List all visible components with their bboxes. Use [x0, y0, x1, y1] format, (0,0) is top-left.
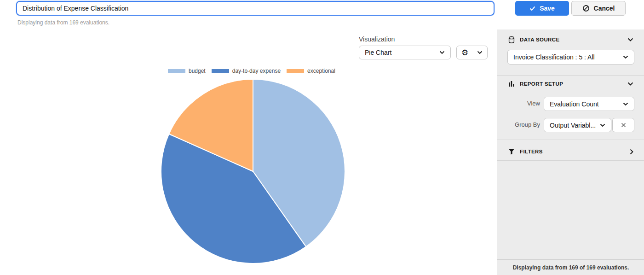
- chevron-down-icon: [627, 38, 633, 41]
- data-source-select-value: Invoice Classification : 5 : All: [513, 53, 623, 61]
- visualization-select-value: Pie Chart: [365, 49, 439, 56]
- view-select[interactable]: Evaluation Count: [544, 97, 634, 111]
- save-button-label: Save: [540, 5, 555, 12]
- clear-group-by-button[interactable]: [612, 118, 634, 132]
- sidebar-footer: Displaying data from 169 of 169 evaluati…: [497, 259, 644, 275]
- chevron-right-icon: [630, 149, 633, 155]
- report-config-sidebar: DATA SOURCE Invoice Classification : 5 :…: [497, 29, 644, 275]
- chart-canvas-area: Visualization Pie Chart ⚙ budgetday-to-d…: [0, 29, 497, 275]
- filters-section-header[interactable]: FILTERS: [497, 145, 644, 158]
- cancel-slash-circle-icon: [582, 5, 590, 12]
- report-setup-section-title: REPORT SETUP: [520, 81, 627, 87]
- legend-swatch: [287, 69, 304, 73]
- chevron-down-icon: [600, 123, 605, 127]
- data-source-section-header[interactable]: DATA SOURCE: [497, 34, 644, 45]
- chart-settings-dropdown[interactable]: ⚙: [456, 46, 488, 59]
- checkmark-icon: [529, 6, 535, 11]
- database-icon: [508, 36, 515, 43]
- view-field-label: View: [497, 100, 540, 107]
- cancel-button-label: Cancel: [594, 5, 615, 12]
- chevron-down-icon: [623, 102, 628, 106]
- section-divider: [497, 140, 644, 140]
- legend-item-budget[interactable]: budget: [168, 68, 206, 74]
- legend-item-exceptional[interactable]: exceptional: [287, 68, 335, 74]
- section-divider: [497, 160, 644, 161]
- report-title-input[interactable]: [16, 1, 494, 16]
- chevron-down-icon: [439, 51, 445, 54]
- close-icon: [621, 123, 626, 128]
- evaluation-count-subtitle: Displaying data from 169 evaluations.: [17, 19, 109, 26]
- legend-swatch: [212, 69, 229, 73]
- sidebar-footer-status: Displaying data from 169 of 169 evaluati…: [513, 264, 629, 271]
- data-source-section-title: DATA SOURCE: [520, 37, 627, 42]
- filter-funnel-icon: [508, 148, 515, 155]
- header-bar: Displaying data from 169 evaluations. Sa…: [0, 0, 644, 29]
- visualization-label: Visualization: [359, 35, 395, 43]
- chart-legend: budgetday-to-day expenseexceptional: [168, 68, 335, 74]
- legend-swatch: [168, 69, 185, 73]
- legend-label: day-to-day expense: [232, 68, 281, 74]
- group-by-select[interactable]: Output Variabl...: [544, 118, 611, 132]
- legend-item-day-to-day-expense[interactable]: day-to-day expense: [212, 68, 281, 74]
- group-by-field-label: Group By: [497, 121, 540, 128]
- pie-chart-container: [160, 78, 346, 264]
- section-divider: [497, 75, 644, 76]
- group-by-select-value: Output Variabl...: [550, 122, 600, 129]
- filters-section-title: FILTERS: [520, 149, 630, 154]
- legend-label: exceptional: [307, 68, 335, 74]
- pie-chart: [160, 78, 346, 264]
- chevron-down-icon: [623, 55, 628, 59]
- data-source-select[interactable]: Invoice Classification : 5 : All: [507, 50, 634, 64]
- bar-chart-icon: [508, 81, 515, 87]
- chevron-down-icon: [627, 82, 633, 86]
- cancel-button[interactable]: Cancel: [571, 1, 626, 16]
- save-button[interactable]: Save: [515, 1, 569, 16]
- report-setup-section-header[interactable]: REPORT SETUP: [497, 78, 644, 89]
- view-select-value: Evaluation Count: [550, 100, 623, 108]
- visualization-select[interactable]: Pie Chart: [359, 46, 451, 59]
- gear-icon: ⚙: [461, 49, 468, 57]
- chevron-down-icon: [477, 51, 483, 54]
- legend-label: budget: [189, 68, 206, 74]
- report-editor-page: Displaying data from 169 evaluations. Sa…: [0, 0, 644, 275]
